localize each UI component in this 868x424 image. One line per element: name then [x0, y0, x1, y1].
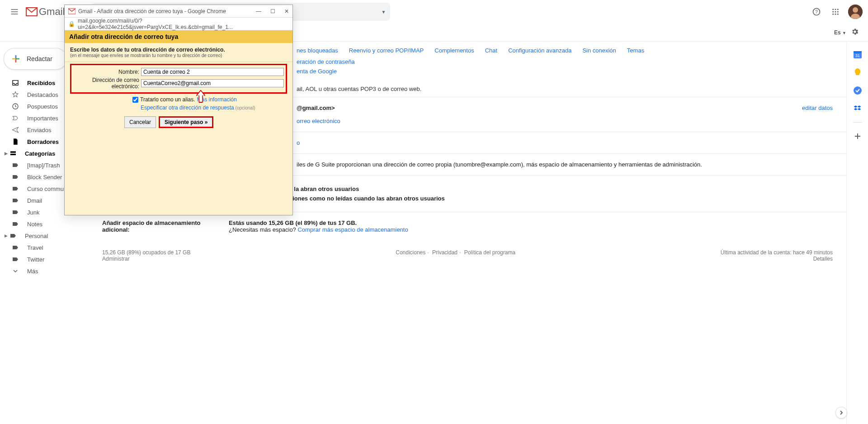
- popup-url: mail.google.com/mail/u/0/?ui=2&ik=5e324e…: [78, 18, 289, 30]
- pop3-text: ail, AOL u otras cuentas POP3 o de corre…: [297, 86, 846, 92]
- label-icon: [11, 256, 20, 263]
- add-icon[interactable]: [853, 132, 862, 141]
- popup-titlebar: Gmail - Añadir otra dirección de correo …: [65, 5, 292, 18]
- draft-icon: [11, 138, 20, 145]
- footer: 15,26 GB (89%) ocupados de 17 GB Adminis…: [102, 240, 846, 262]
- dropbox-icon[interactable]: [853, 104, 862, 113]
- sidebar-item-label: Más: [27, 268, 38, 275]
- minimize-icon[interactable]: —: [256, 8, 261, 14]
- sidebar-item-label: Importantes: [27, 115, 58, 122]
- sidebar-item-m-s[interactable]: Más: [0, 265, 95, 277]
- sidebar-item-label: Notes: [27, 221, 42, 228]
- label-icon: [11, 185, 20, 192]
- storage-label: Añadir espacio de almacenamiento adicion…: [102, 219, 229, 233]
- chevron-right-icon: ▶: [5, 233, 8, 238]
- svg-rect-15: [10, 151, 16, 152]
- avatar[interactable]: [848, 5, 863, 19]
- tab-complementos[interactable]: Complementos: [434, 47, 474, 54]
- svg-point-6: [835, 11, 836, 13]
- tab-nes-bloqueadas[interactable]: nes bloqueadas: [297, 47, 338, 54]
- settings-tabs: nes bloqueadasReenvío y correo POP/IMAPC…: [297, 42, 846, 58]
- apps-icon[interactable]: [829, 5, 842, 18]
- lock-icon: 🔒: [68, 21, 75, 27]
- svg-point-3: [835, 9, 836, 10]
- name-input[interactable]: [141, 68, 284, 76]
- tasks-icon[interactable]: [853, 86, 862, 95]
- svg-point-8: [832, 14, 834, 15]
- svg-point-5: [832, 11, 834, 13]
- keep-icon[interactable]: [853, 68, 862, 77]
- cat-icon: [9, 150, 18, 157]
- footer-policy[interactable]: Política del programa: [464, 249, 515, 256]
- form-highlight-box: Nombre: Dirección de correo electrónico:: [70, 64, 287, 94]
- topbar-right: ?: [810, 5, 863, 19]
- chevron-right-icon: ▶: [5, 151, 8, 156]
- label-icon: [11, 162, 20, 169]
- popup-title: Añadir otra dirección de correo tuya: [65, 30, 292, 43]
- sidebar-item-label: Recibidos: [27, 80, 55, 86]
- calendar-icon[interactable]: 31: [853, 50, 862, 59]
- close-icon[interactable]: ✕: [284, 8, 289, 14]
- tab-sin-conexi-n[interactable]: Sin conexión: [582, 47, 616, 54]
- cancel-button[interactable]: Cancelar: [124, 116, 156, 128]
- label-icon: [11, 173, 20, 181]
- tab-reenv-o-y-correo-pop-imap[interactable]: Reenvío y correo POP/IMAP: [349, 47, 424, 54]
- sidebar-item-personal[interactable]: ▶Personal: [0, 230, 95, 242]
- side-panel-toggle[interactable]: [835, 407, 847, 419]
- footer-privacy[interactable]: Privacidad: [432, 249, 458, 256]
- sidebar-item-label: Block Sender: [27, 174, 62, 181]
- annotation-arrow-icon: [196, 90, 206, 103]
- right-sidebar: 31: [846, 42, 868, 424]
- help-icon[interactable]: ?: [810, 5, 823, 18]
- footer-manage[interactable]: Administrar: [102, 256, 130, 262]
- more-icon: [11, 267, 20, 275]
- gsuite-text: iles de G Suite proporcionan una direcci…: [297, 161, 846, 168]
- sidebar-item-label: Twitter: [27, 256, 44, 263]
- gear-icon[interactable]: [851, 28, 859, 37]
- reply-address-link[interactable]: Especificar otra dirección de respuesta: [141, 105, 234, 111]
- alias-checkbox[interactable]: [132, 97, 138, 103]
- imp-icon: [11, 114, 20, 122]
- email-input[interactable]: [141, 79, 284, 87]
- name-label: Nombre:: [73, 69, 141, 75]
- buy-storage-link[interactable]: Comprar más espacio de almacenamiento: [297, 226, 408, 233]
- compose-button[interactable]: Redactar: [4, 48, 67, 70]
- footer-details[interactable]: Detalles: [813, 256, 833, 262]
- sidebar-item-notes[interactable]: Notes: [0, 218, 95, 230]
- popup-urlbar: 🔒 mail.google.com/mail/u/0/?ui=2&ik=5e32…: [65, 18, 292, 30]
- svg-point-2: [832, 9, 834, 10]
- language-selector[interactable]: Es ▼: [834, 29, 846, 36]
- svg-text:31: 31: [855, 53, 859, 58]
- popup-subnote: (en el mensaje que envíes se mostrarán t…: [70, 53, 287, 58]
- popup-subtitle: Escribe los datos de tu otra dirección d…: [70, 47, 287, 53]
- label-icon: [11, 244, 20, 251]
- sidebar-item-label: [Imap]/Trash: [27, 162, 60, 169]
- edit-data-link[interactable]: editar datos: [802, 105, 833, 111]
- svg-text:?: ?: [815, 9, 818, 14]
- label-icon: [11, 209, 20, 216]
- maximize-icon[interactable]: ☐: [270, 8, 275, 14]
- star-icon: [11, 91, 20, 98]
- label-icon: [11, 197, 20, 204]
- sidebar-item-label: Borradores: [27, 138, 59, 145]
- sidebar-item-travel[interactable]: Travel: [0, 242, 95, 253]
- send-icon: [11, 126, 20, 133]
- gmail-logo[interactable]: Gmail: [25, 6, 65, 18]
- add-email-link[interactable]: orreo electrónico: [297, 118, 340, 124]
- tab-chat[interactable]: Chat: [485, 47, 497, 54]
- sidebar-item-label: Travel: [27, 244, 43, 251]
- svg-rect-18: [854, 51, 862, 53]
- chevron-down-icon[interactable]: ▼: [382, 10, 386, 14]
- sidebar-item-twitter[interactable]: Twitter: [0, 253, 95, 265]
- menu-icon[interactable]: [5, 3, 24, 21]
- svg-rect-16: [10, 154, 16, 155]
- password-recovery-link[interactable]: eración de contraseña: [297, 58, 355, 65]
- footer-terms[interactable]: Condiciones: [396, 249, 425, 256]
- next-step-button[interactable]: Siguiente paso »: [159, 116, 213, 128]
- tab-configuraci-n-avanzada[interactable]: Configuración avanzada: [508, 47, 571, 54]
- storage-usage: Estás usando 15,26 GB (el 89%) de tus 17…: [229, 219, 846, 226]
- google-account-link[interactable]: enta de Google: [297, 68, 337, 75]
- sidebar-item-label: Dmail: [27, 197, 42, 204]
- tab-temas[interactable]: Temas: [627, 47, 644, 54]
- sidebar-item-label: Categorías: [25, 150, 55, 157]
